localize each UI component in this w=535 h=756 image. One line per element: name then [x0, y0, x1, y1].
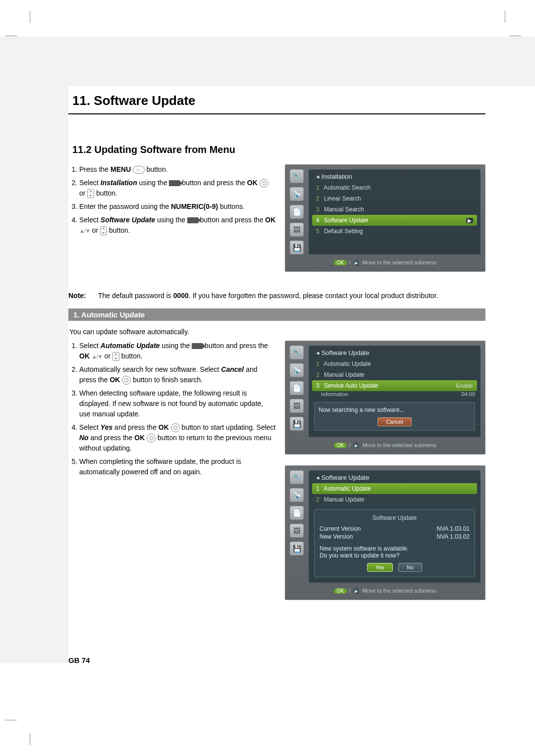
text: button and press the: [182, 179, 247, 187]
crop-mark: [505, 11, 505, 23]
tv-panel-title: Installation: [309, 173, 480, 182]
up-down-icon: ▲/▼: [79, 227, 90, 235]
text: or: [92, 226, 100, 234]
tv-menu-item[interactable]: 1 Automatic Update: [309, 358, 480, 369]
yes-button[interactable]: Yes: [367, 563, 393, 572]
text: button.: [121, 352, 143, 360]
tv-menu-item[interactable]: 3 Manual Search: [309, 204, 480, 215]
text: button.: [96, 189, 117, 197]
dialog-title: Software Update: [320, 514, 470, 521]
crop-mark: [30, 11, 30, 23]
ok-label: OK: [134, 434, 145, 442]
text: and press the: [91, 434, 135, 442]
text: Enter the password using the: [79, 202, 171, 210]
software-update-label: Software Update: [101, 216, 155, 224]
tv-menu-item[interactable]: 1 Automatic Search: [309, 182, 480, 193]
chip-icon: 💾: [290, 542, 304, 555]
chapter-title: 11. Software Update: [68, 93, 485, 110]
crop-mark: [5, 720, 17, 720]
step-b4: Select Yes and press the OK button to st…: [79, 422, 276, 454]
text: Information: [321, 391, 348, 397]
note-block: Note: The default password is 0000. If y…: [68, 292, 485, 300]
tv-menu-item[interactable]: 2 Manual Update: [309, 369, 480, 380]
chevron-right-icon: ▶: [466, 218, 473, 223]
installation-label: Installation: [101, 179, 137, 187]
tv-panel-title: Software Update: [309, 349, 480, 358]
text: Select: [79, 423, 101, 431]
ok-pill-icon: OK: [334, 443, 347, 448]
header-grey-band: [0, 37, 535, 86]
wrench-icon: 🔧: [290, 169, 304, 183]
version-row: Current VersionNVA 1.03.01: [320, 525, 470, 532]
ok-label: OK: [79, 352, 90, 360]
text: button and press the: [200, 216, 266, 224]
nav-updown-key-icon: [112, 352, 119, 361]
text: using the: [157, 216, 187, 224]
tv-screenshot-confirm: 🔧 📡 📄 🖼 💾 Software Update 1 Automatic Up…: [285, 465, 485, 600]
page-footer: GB 74: [68, 656, 90, 664]
tv-screenshot-searching: 🔧 📡 📄 🖼 💾 Software Update 1 Automatic Up…: [285, 341, 485, 454]
tv-side-icons: 🔧 📡 📄 🖼 💾: [290, 470, 305, 583]
nav-updown-key-icon: [87, 189, 94, 198]
ok-circle-icon: [147, 434, 156, 443]
tv-menu-item[interactable]: 5 Default Setting: [309, 226, 480, 237]
tv-menu-item[interactable]: 2 Linear Search: [309, 193, 480, 204]
tv-subitem: Information 04:00: [309, 391, 480, 398]
ok-circle-icon: [171, 423, 180, 432]
tv-menu-item[interactable]: 3 Service Auto UpdateEnable: [312, 380, 477, 391]
text: or: [105, 352, 112, 360]
text: Move to the selected submenu: [362, 442, 436, 448]
tv-footer-hint: OK/ ▶ Move to the selected submenu: [290, 259, 481, 266]
text: Press the: [79, 165, 110, 173]
text: button.: [109, 226, 130, 234]
no-button[interactable]: No: [398, 563, 422, 572]
text: Move to the selected submenu: [362, 259, 436, 265]
ok-pill-icon: OK: [334, 260, 347, 265]
right-arrow-icon: ▶: [353, 443, 359, 449]
ok-label: OK: [265, 216, 275, 224]
text: using the: [139, 179, 169, 187]
ok-circle-icon: [122, 376, 131, 385]
tv-menu-item[interactable]: 4 Software Update▶: [312, 215, 477, 226]
text: New system software is available.: [320, 545, 470, 552]
automatic-update-label: Automatic Update: [101, 342, 160, 350]
text: Automatically search for new software. S…: [79, 365, 221, 373]
ok-pill-icon: OK: [334, 588, 347, 594]
step-b5: When completing the software update, the…: [79, 456, 276, 477]
crop-mark: [509, 36, 521, 36]
right-arrow-icon: ▶: [353, 588, 359, 594]
text: using the: [162, 342, 192, 350]
tv-screenshot-installation: 🔧 📡 📄 🖼 💾 Installation 1 Automatic Searc…: [285, 164, 485, 272]
chip-icon: 💾: [290, 241, 304, 254]
no-label: No: [79, 434, 89, 442]
chapter-underline: [68, 113, 485, 114]
cancel-button[interactable]: Cancel: [377, 417, 411, 426]
picture-icon: 🖼: [290, 399, 304, 413]
tv-menu-item[interactable]: 1 Automatic Update: [312, 483, 477, 494]
numeric-label: NUMERIC(0-9): [171, 202, 218, 210]
step-a3: Enter the password using the NUMERIC(0-9…: [79, 202, 276, 212]
text: button to finish search.: [133, 376, 203, 384]
step-a1: Press the MENU ○ button.: [79, 164, 276, 175]
tv-footer-hint: OK/ ▶ Move to the selected submenu: [290, 442, 481, 449]
subsection-header: 1. Automatic Update: [68, 308, 485, 321]
cancel-label: Cancel: [221, 365, 244, 373]
tv-dialog-update: Software Update Current VersionNVA 1.03.…: [314, 509, 475, 577]
text: Select: [79, 342, 101, 350]
satellite-icon: 📡: [290, 187, 304, 201]
ok-label: OK: [247, 179, 258, 187]
default-password: 0000: [173, 292, 189, 300]
steps-list-b: Select Automatic Update using the button…: [79, 341, 276, 477]
step-b1: Select Automatic Update using the button…: [79, 341, 276, 361]
tv-menu-item[interactable]: 2 Manual Update: [309, 494, 480, 505]
arrow-right-icon: [187, 217, 198, 223]
nav-updown-key-icon: [100, 226, 107, 235]
document-icon: 📄: [290, 381, 304, 395]
wrench-icon: 🔧: [290, 346, 304, 359]
satellite-icon: 📡: [290, 488, 304, 502]
document-icon: 📄: [290, 205, 304, 219]
up-down-icon: ▲/▼: [92, 353, 103, 361]
chip-icon: 💾: [290, 417, 304, 431]
dialog-message: Now searching a new software...: [319, 406, 471, 413]
crop-mark: [30, 733, 30, 745]
